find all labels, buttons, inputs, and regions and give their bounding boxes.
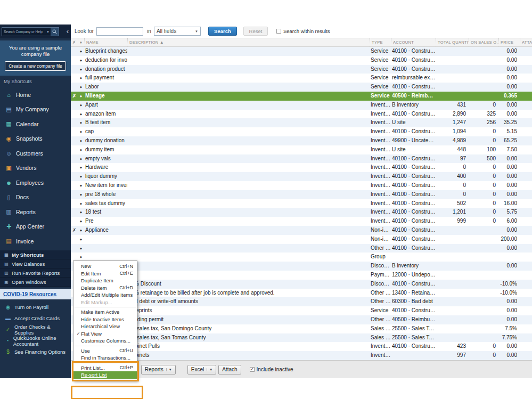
table-row[interactable]: ◆Bad debt or write-off amountsOther Ch..… bbox=[71, 297, 532, 306]
sidebar-section-label: View Balances bbox=[12, 261, 45, 267]
menu-item-customize-columns[interactable]: Customize Columns... bbox=[73, 337, 137, 345]
table-row[interactable]: ◆18 testInventory ...40100 · Constructio… bbox=[71, 208, 532, 217]
search-within-checkbox[interactable] bbox=[276, 29, 281, 34]
table-row[interactable]: ◆dummy itemInventory ...U site4481007.50 bbox=[71, 145, 532, 154]
sidebar-item-my-company[interactable]: ▤My Company bbox=[0, 102, 71, 117]
column-header-name[interactable]: NAME bbox=[84, 38, 127, 46]
include-inactive-checkbox[interactable] bbox=[250, 367, 255, 372]
column-header-account[interactable]: ACCOUNT bbox=[391, 38, 436, 46]
table-row[interactable]: ◆Non-inve...40100 · Construction...200.0… bbox=[71, 235, 532, 244]
table-row[interactable]: ◆B test itemInventory ...U site1,2472563… bbox=[71, 118, 532, 127]
table-row[interactable]: ◆dummy donationInventory ...49900 · Unca… bbox=[71, 136, 532, 145]
table-row[interactable]: ◆sales tax dummyInventory ...40100 · Con… bbox=[71, 199, 532, 208]
table-row[interactable]: ◆DiscountB inventory0.00 bbox=[71, 262, 532, 271]
table-row[interactable]: ◆pre 18 wholeInventory ...40100 · Constr… bbox=[71, 190, 532, 199]
table-row[interactable]: ◆empty valsInventory ...40100 · Construc… bbox=[71, 154, 532, 164]
sidebar-item-see-financing-options[interactable]: $See Financing Options bbox=[0, 346, 71, 357]
table-row[interactable]: ◆capInventory ...40100 · Construction...… bbox=[71, 127, 532, 136]
company-search-box[interactable]: Search Company or Help ▼ bbox=[2, 27, 59, 36]
sidebar-section-my-shortcuts[interactable]: ▦My Shortcuts bbox=[0, 250, 71, 259]
table-row[interactable]: ✗◆MileageService40500 · Reimbursem...0.3… bbox=[71, 92, 532, 101]
sidebar-item-order-checks-supplies[interactable]: ✓Order Checks & Supplies bbox=[0, 324, 71, 335]
look-for-input[interactable] bbox=[96, 27, 143, 36]
sidebar-item-reports[interactable]: ▥Reports bbox=[0, 205, 71, 219]
menu-item-delete-item[interactable]: Delete ItemCtrl+D bbox=[73, 284, 137, 292]
table-row[interactable]: ◆LaborService40100 · Construction...0.00 bbox=[71, 83, 532, 92]
covid-resources-link[interactable]: COVID-19 Resources bbox=[0, 289, 71, 299]
menu-item-add-edit-multiple-items[interactable]: Add/Edit Multiple Items bbox=[73, 291, 137, 299]
menu-item-print-list[interactable]: Print List...Ctrl+P bbox=[73, 364, 137, 372]
cell-attach bbox=[520, 199, 532, 208]
sidebar-item-invoice[interactable]: ▤Invoice bbox=[0, 234, 71, 249]
table-row[interactable]: ◆HardwareInventory ...40100 · Constructi… bbox=[71, 163, 532, 172]
table-row[interactable]: ◆CA sales tax, San Domingo CountySales T… bbox=[71, 324, 532, 333]
table-row[interactable]: ◆BlueprintsService40100 · Construction..… bbox=[71, 306, 532, 315]
table-row[interactable]: ◆10% DiscountDiscount40100 · Constructio… bbox=[71, 280, 532, 289]
menu-item-edit-item[interactable]: Edit ItemCtrl+E bbox=[73, 270, 137, 278]
table-row[interactable]: ◆full paymentServicereimbursable expense… bbox=[71, 74, 532, 83]
collapse-sidebar-icon[interactable]: ‹ bbox=[67, 27, 69, 36]
column-header-on-sales-o[interactable]: ON SALES O... bbox=[469, 38, 498, 46]
search-button[interactable]: Search bbox=[208, 27, 237, 36]
sidebar-item-vendors[interactable]: ▣Vendors bbox=[0, 161, 71, 176]
table-row[interactable]: ◆deduction for invoiceService40100 · Con… bbox=[71, 56, 532, 65]
cell-on-sales-order: 500 bbox=[469, 154, 498, 164]
sidebar-item-calendar[interactable]: ▦Calendar bbox=[0, 117, 71, 132]
sidebar-item-home[interactable]: ⌂Home bbox=[0, 87, 71, 102]
sidebar-item-turn-on-payroll[interactable]: ◉Turn on Payroll bbox=[0, 302, 71, 313]
sidebar-item-employees[interactable]: ☻Employees bbox=[0, 175, 71, 190]
menu-item-use[interactable]: UseCtrl+U bbox=[73, 347, 137, 355]
menu-item-make-item-active[interactable]: Make Item Active bbox=[73, 308, 137, 316]
sidebar-item-snapshots[interactable]: ◉Snapshots bbox=[0, 132, 71, 146]
table-row[interactable]: ◆Payment12000 · Undeposited... bbox=[71, 271, 532, 280]
table-row[interactable]: ◆Other Ch...40100 · Construction...0.00 bbox=[71, 244, 532, 253]
menu-item-hide-inactive-items[interactable]: Hide Inactive Items bbox=[73, 316, 137, 323]
sidebar-item-quickbooks-online-accountant[interactable]: ◔QuickBooks Online Accountant bbox=[0, 335, 71, 346]
column-header-atta[interactable]: ATTA... bbox=[520, 38, 532, 46]
sidebar-item-accept-credit-cards[interactable]: ▬Accept Credit Cards bbox=[0, 313, 71, 324]
menu-item-hierarchical-view[interactable]: Hierarchical View bbox=[73, 323, 137, 330]
sidebar-item-app-center[interactable]: ✚App Center bbox=[0, 219, 71, 234]
sidebar-item-docs[interactable]: ▯Docs bbox=[0, 190, 71, 205]
column-header-type[interactable]: TYPE bbox=[370, 38, 391, 46]
menu-item-find-in-transactions[interactable]: Find in Transactions... bbox=[73, 354, 137, 362]
table-row[interactable]: ◆PreInventory ...40100 · Construction...… bbox=[71, 217, 532, 226]
column-header-icon[interactable]: ♦ bbox=[78, 38, 84, 46]
sidebar-section-view-balances[interactable]: ▤View Balances bbox=[0, 259, 71, 268]
menu-item-re-sort-list[interactable]: Re-sort List bbox=[73, 371, 137, 379]
column-header-price[interactable]: PRICE bbox=[498, 38, 520, 46]
reports-button[interactable]: Reports▼ bbox=[141, 365, 176, 374]
table-row[interactable]: ◆CA sales tax, San Tomas CountySales Ta.… bbox=[71, 333, 532, 343]
chevron-down-icon[interactable]: ▼ bbox=[45, 30, 51, 34]
table-row[interactable]: ◆Building permitOther Ch...40500 · Reimb… bbox=[71, 315, 532, 324]
table-row[interactable]: ◆ApartInventory ...B inventory43100.00 bbox=[71, 101, 532, 110]
reset-button[interactable]: Reset bbox=[243, 27, 268, 36]
sidebar-section-open-windows[interactable]: ▣Open Windows bbox=[0, 278, 71, 287]
inactive-mark bbox=[71, 110, 78, 119]
cell-price: 0.00 bbox=[498, 172, 520, 181]
sidebar-item-customers[interactable]: ☺Customers bbox=[0, 146, 71, 161]
column-header-description[interactable]: DESCRIPTION ▲ bbox=[127, 38, 370, 46]
menu-item-duplicate-item[interactable]: Duplicate Item bbox=[73, 277, 137, 284]
search-icon[interactable] bbox=[51, 28, 59, 36]
attach-button[interactable]: Attach bbox=[218, 365, 241, 374]
column-header-icon[interactable]: ✗ bbox=[71, 38, 78, 46]
menu-item-flat-view[interactable]: ✓Flat View bbox=[73, 330, 137, 338]
cell-name: 18 test bbox=[84, 208, 127, 217]
column-header-total-quantit[interactable]: TOTAL QUANTIT... bbox=[436, 38, 469, 46]
table-row[interactable]: ◆Group bbox=[71, 253, 532, 262]
table-row[interactable]: ◆amazon itemInventory ...40100 · Constru… bbox=[71, 110, 532, 119]
excel-button[interactable]: Excel▼ bbox=[187, 365, 216, 374]
table-row[interactable]: ◆Blueprint changesService40100 · Constru… bbox=[71, 47, 532, 56]
table-row[interactable]: ✗◆ApplianceNon-inve...40100 · Constructi… bbox=[71, 226, 532, 235]
table-row[interactable]: ◆liquor dummyInventory ...40100 · Constr… bbox=[71, 172, 532, 181]
table-row[interactable]: ◆donation productService40100 · Construc… bbox=[71, 65, 532, 74]
field-select[interactable]: All fields ▼ bbox=[154, 27, 201, 36]
menu-item-new[interactable]: NewCtrl+N bbox=[73, 263, 137, 270]
table-row[interactable]: ◆CabinetsInventory ...99700.00 bbox=[71, 351, 532, 360]
table-row[interactable]: ◆10% retainage to be billed after job is… bbox=[71, 289, 532, 298]
table-row[interactable]: ◆Cabinet PullsInventory ...40100 · Const… bbox=[71, 342, 532, 351]
table-row[interactable]: ◆New item for inventoryInventory ...4010… bbox=[71, 181, 532, 190]
create-company-button[interactable]: Create a new company file bbox=[5, 61, 66, 71]
sidebar-section-run-favorite-reports[interactable]: ▥Run Favorite Reports bbox=[0, 268, 71, 278]
